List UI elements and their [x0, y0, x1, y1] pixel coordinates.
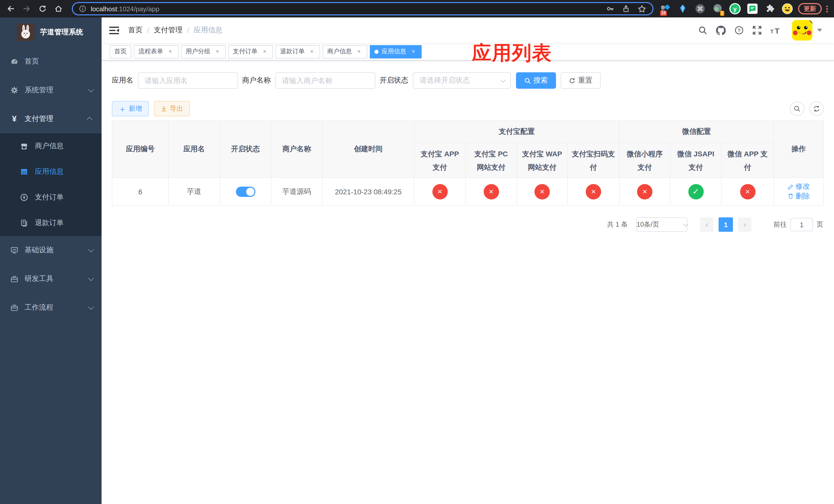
refresh-button[interactable]	[809, 101, 824, 116]
sidebar-item-app-info[interactable]: 应用信息	[0, 159, 102, 185]
bookmark-star-icon[interactable]	[638, 4, 646, 13]
search-form: 应用名 商户名称 开启状态 请选择开启状态 搜索 重置	[112, 72, 824, 89]
breadcrumb-current: 应用信息	[194, 26, 223, 35]
site-info-icon[interactable]	[79, 5, 86, 12]
sidebar-item-payment[interactable]: ¥ 支付管理	[0, 105, 102, 133]
forward-icon[interactable]	[20, 2, 33, 15]
sidebar-item-merchant-info[interactable]: 商户信息	[0, 133, 102, 159]
add-button-label: 新增	[129, 104, 142, 113]
add-button[interactable]: ＋新增	[112, 101, 149, 116]
extension-y-icon[interactable]: y	[728, 2, 742, 15]
tab-process-form[interactable]: 流程表单×	[134, 45, 178, 58]
status-disabled-icon: ×	[534, 184, 550, 199]
breadcrumb-home[interactable]: 首页	[128, 26, 142, 35]
svg-text:y: y	[733, 5, 737, 12]
github-icon[interactable]	[716, 25, 726, 35]
export-button-label: 导出	[170, 104, 183, 113]
tab-label: 应用信息	[381, 47, 406, 56]
cell-wechat-mini: ×	[619, 178, 670, 205]
pagination: 共 1 条 10条/页 ‹ 1 › 前往 页	[112, 217, 824, 232]
active-dot	[374, 49, 378, 53]
merchant-name-input[interactable]	[276, 72, 375, 89]
sidebar-item-label: 商户信息	[35, 141, 64, 151]
toggle-search-button[interactable]	[790, 101, 804, 116]
font-size-icon[interactable]: TT	[770, 26, 782, 35]
close-icon[interactable]: ×	[167, 48, 174, 55]
cell-actions: 修改删除	[774, 178, 824, 205]
table-row: 6 芋道 芋道源码 2021-10-23 08:49:25 × × × × × …	[112, 178, 824, 205]
tab-user-group[interactable]: 用户分组×	[181, 45, 226, 58]
tab-refund-order[interactable]: 退款订单×	[276, 45, 320, 58]
back-icon[interactable]	[4, 2, 18, 15]
close-icon[interactable]: ×	[308, 48, 315, 55]
sidebar-item-dev-tools[interactable]: 研发工具	[0, 265, 102, 293]
sidebar-item-system[interactable]: 系统管理	[0, 76, 102, 105]
export-button[interactable]: 导出	[154, 101, 190, 116]
cell-app-name: 芋道	[169, 178, 220, 205]
search-button[interactable]: 搜索	[516, 72, 556, 89]
prev-page-button[interactable]: ‹	[700, 217, 714, 232]
reload-icon[interactable]	[36, 2, 49, 15]
user-menu[interactable]	[792, 20, 822, 41]
col-alipay-pc: 支付宝 PC 网站支付	[465, 143, 517, 178]
app-table: 应用编号 应用名 开启状态 商户名称 创建时间 支付宝配置 微信配置 操作 支付…	[112, 120, 824, 206]
browser-menu-icon[interactable]	[826, 5, 828, 12]
sidebar-item-infra[interactable]: 基础设施	[0, 236, 102, 265]
search-icon[interactable]	[698, 26, 707, 35]
grid-table-icon	[20, 168, 29, 176]
password-key-icon[interactable]	[606, 5, 614, 13]
col-group-wechat: 微信配置	[619, 121, 774, 143]
sidebar-item-refund-order[interactable]: 退款订单	[0, 210, 102, 236]
extension-recorder-icon[interactable]: 1	[711, 2, 724, 15]
page-size-value: 10条/页	[637, 220, 659, 229]
reset-button-label: 重置	[578, 76, 592, 85]
chevron-down-icon	[88, 304, 94, 310]
extension-emoji-icon[interactable]	[781, 2, 794, 15]
col-app-name: 应用名	[169, 121, 220, 178]
help-icon[interactable]: ?	[734, 26, 744, 35]
tab-pay-order[interactable]: 支付订单×	[228, 45, 273, 58]
status-select[interactable]: 请选择开启状态	[413, 72, 511, 89]
sidebar-item-label: 系统管理	[25, 86, 53, 95]
chevron-down-icon	[88, 247, 94, 253]
browser-update-button[interactable]: 更新	[798, 3, 822, 14]
app-name-input[interactable]	[138, 72, 238, 89]
yen-circle-icon: ¥	[20, 193, 29, 202]
delete-link[interactable]: 删除	[787, 191, 810, 201]
close-icon[interactable]: ×	[261, 48, 268, 55]
url-bar[interactable]: localhost:1024/pay/app	[72, 2, 654, 15]
url-text: localhost:1024/pay/app	[91, 5, 159, 13]
sidebar-item-pay-order[interactable]: ¥ 支付订单	[0, 185, 102, 210]
extension-chat-icon[interactable]	[746, 2, 759, 15]
close-icon[interactable]: ×	[410, 48, 417, 55]
goto-page-input[interactable]	[790, 218, 813, 231]
status-enabled-icon: ✓	[688, 184, 703, 199]
extension-puzzle-icon[interactable]	[763, 2, 776, 15]
extension-blocks-icon[interactable]: 10	[659, 2, 672, 15]
tab-merchant-info[interactable]: 商户信息×	[323, 45, 367, 58]
page-number-1[interactable]: 1	[719, 217, 733, 232]
tab-home[interactable]: 首页	[110, 45, 131, 58]
reset-button[interactable]: 重置	[561, 72, 601, 89]
chevron-up-icon	[87, 117, 93, 123]
sidebar-collapse-icon[interactable]	[109, 26, 119, 35]
close-icon[interactable]: ×	[214, 48, 221, 55]
fullscreen-icon[interactable]	[752, 26, 762, 35]
edit-link[interactable]: 修改	[787, 182, 810, 191]
close-icon[interactable]: ×	[355, 48, 363, 55]
tab-label: 退款订单	[280, 47, 305, 56]
sidebar-item-home[interactable]: 首页	[0, 47, 102, 76]
breadcrumb-payment[interactable]: 支付管理	[154, 26, 182, 35]
home-icon[interactable]	[52, 2, 65, 15]
tab-label: 商户信息	[327, 47, 352, 56]
cell-wechat-jsapi: ✓	[670, 178, 721, 205]
extensions-area: 10 ⌘ 1 y	[659, 2, 794, 15]
extension-command-icon[interactable]: ⌘	[694, 2, 707, 15]
page-size-select[interactable]: 10条/页	[636, 217, 687, 232]
tab-app-info[interactable]: 应用信息×	[370, 45, 422, 58]
next-page-button[interactable]: ›	[738, 217, 751, 232]
share-icon[interactable]	[622, 5, 630, 13]
extension-gem-icon[interactable]	[676, 2, 689, 15]
status-toggle[interactable]	[236, 186, 255, 197]
sidebar-item-workflow[interactable]: 工作流程	[0, 293, 102, 322]
